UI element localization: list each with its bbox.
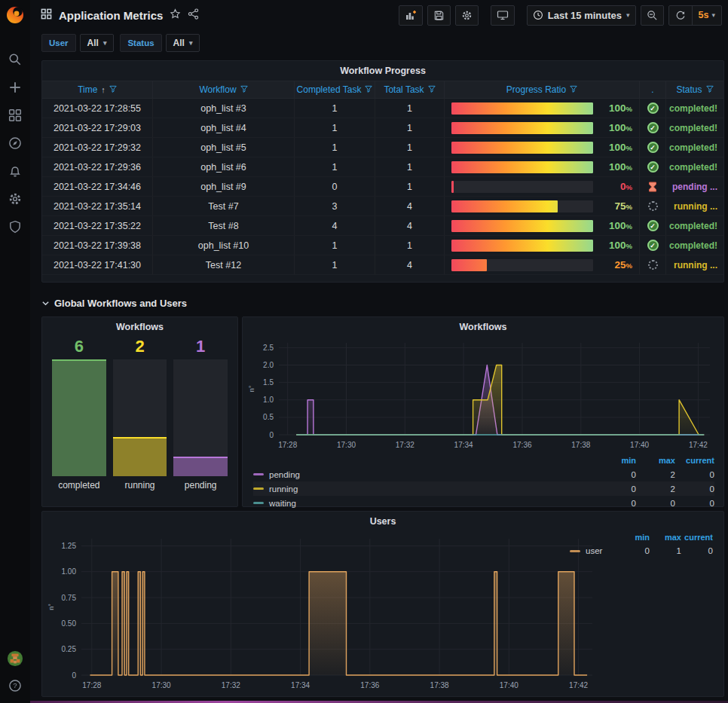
column-header-time[interactable]: Time↑ [42, 81, 153, 98]
cell-status-icon: ✓ [640, 99, 666, 118]
time-picker-button[interactable]: Last 15 minutes ▾ [527, 5, 636, 26]
grafana-logo-icon[interactable] [0, 0, 30, 30]
legend-item-running[interactable]: running020 [253, 481, 714, 496]
cell-status-icon [640, 197, 666, 215]
progress-bar-track [451, 200, 593, 212]
column-header--[interactable]: . [640, 81, 666, 98]
cell-workflow: Test #12 [153, 255, 295, 274]
check-circle-icon: ✓ [647, 102, 659, 114]
svg-text:1.0: 1.0 [263, 396, 274, 404]
column-header-workflow[interactable]: Workflow [153, 81, 295, 98]
cell-time: 2021-03-22 17:41:30 [42, 255, 153, 274]
section-global-workflows-and-users[interactable]: Global Workflows and Users [41, 298, 187, 309]
progress-bar-fill [451, 142, 593, 154]
filter-funnel-icon[interactable] [240, 84, 248, 95]
spinner-icon [648, 201, 658, 211]
filter-user-label: User [41, 34, 76, 52]
cell-status: completed! [666, 118, 723, 137]
panel-title-users-chart[interactable]: Users [42, 512, 723, 530]
cell-progress-ratio: 100% [445, 99, 640, 118]
workflows-bargauge-panel: Workflows 6completed2running1pending [41, 316, 238, 507]
cell-total-task: 1 [375, 118, 445, 137]
progress-bar-track [451, 240, 593, 252]
cell-workflow: oph_list #6 [153, 157, 295, 176]
filter-funnel-icon[interactable] [706, 84, 714, 95]
refresh-interval-label: 5s [699, 10, 709, 20]
user-avatar[interactable] [7, 650, 23, 667]
cell-status-icon: ✓ [640, 138, 666, 157]
save-dashboard-button[interactable] [427, 5, 451, 26]
chevron-down-icon: ▾ [103, 39, 107, 47]
cycle-view-tv-button[interactable] [491, 5, 515, 26]
panel-title-workflows-bars[interactable]: Workflows [42, 317, 237, 335]
check-circle-icon: ✓ [647, 122, 659, 133]
legend-swatch [253, 473, 264, 475]
legend-item-waiting[interactable]: waiting000 [253, 496, 714, 510]
legend-label: running [269, 484, 597, 494]
legend-header: minmaxcurrent [570, 533, 713, 544]
add-panel-button[interactable] [399, 5, 423, 26]
dashboard-settings-button[interactable] [455, 5, 479, 26]
chevron-down-icon: ▾ [189, 39, 193, 47]
cell-progress-ratio: 100% [445, 216, 640, 235]
filter-funnel-icon[interactable] [365, 84, 372, 95]
column-header-total-task[interactable]: Total Task [375, 81, 445, 98]
bargauge-track [52, 359, 106, 476]
create-plus-icon[interactable] [7, 79, 23, 96]
table-row: 2021-03-22 17:34:46oph_list #9010%pendin… [42, 177, 723, 197]
help-icon[interactable]: ? [7, 677, 23, 694]
cell-total-task: 1 [375, 99, 445, 118]
bargauge-value: 1 [173, 337, 228, 359]
workflows-legend: minmaxcurrentpending020running020waiting… [243, 454, 723, 510]
check-circle-icon: ✓ [647, 220, 659, 231]
zoom-out-button[interactable] [641, 5, 664, 26]
configuration-gear-icon[interactable] [7, 191, 23, 207]
explore-compass-icon[interactable] [7, 135, 23, 151]
cell-progress-ratio: 100% [445, 118, 640, 137]
panel-title-workflows-chart[interactable]: Workflows [243, 317, 723, 335]
cell-status: completed! [666, 99, 723, 118]
svg-text:0.50: 0.50 [62, 619, 77, 628]
legend-item-user[interactable]: user010 [570, 544, 713, 558]
cell-completed-task: 1 [295, 157, 375, 176]
legend-item-pending[interactable]: pending020 [253, 467, 714, 481]
cell-total-task: 4 [375, 197, 445, 215]
refresh-button[interactable] [669, 6, 692, 25]
filter-status-dropdown[interactable]: All▾ [166, 34, 200, 52]
alerting-bell-icon[interactable] [7, 163, 23, 179]
column-header-completed-task[interactable]: Completed Task [295, 81, 375, 98]
table-row: 2021-03-22 17:41:30Test #121425%running … [42, 255, 723, 275]
column-header-progress-ratio[interactable]: Progress Ratio [445, 81, 640, 98]
dashboards-grid-icon[interactable] [7, 107, 23, 124]
refresh-interval-dropdown[interactable]: 5s▾ [692, 6, 721, 25]
cell-total-task: 4 [375, 216, 445, 235]
svg-text:17:36: 17:36 [512, 441, 531, 449]
cell-time: 2021-03-22 17:34:46 [42, 177, 153, 196]
cell-progress-ratio: 25% [445, 255, 640, 274]
server-admin-shield-icon[interactable] [7, 219, 23, 235]
bargauge-track [113, 359, 167, 476]
cell-workflow: oph_list #4 [153, 118, 295, 137]
svg-text:17:32: 17:32 [396, 441, 414, 449]
chevron-down-icon [41, 299, 50, 307]
filter-funnel-icon[interactable] [109, 84, 117, 95]
bargauge-track [173, 359, 228, 476]
svg-text:17:32: 17:32 [222, 681, 240, 689]
cell-completed-task: 1 [295, 236, 375, 255]
progress-bar-track [451, 102, 593, 115]
bargauge-value: 2 [113, 337, 167, 359]
panel-title-workflow-progress[interactable]: Workflow Progress [42, 61, 723, 79]
share-icon[interactable] [188, 8, 199, 23]
filter-user-dropdown[interactable]: All▾ [80, 34, 115, 52]
filter-funnel-icon[interactable] [428, 84, 436, 95]
apps-grid-icon [41, 8, 52, 23]
column-header-status[interactable]: Status [666, 81, 723, 98]
hourglass-icon [648, 182, 657, 192]
cell-status: running ... [666, 255, 723, 274]
table-row: 2021-03-22 17:35:14Test #73475%running .… [42, 197, 723, 216]
star-icon[interactable] [170, 8, 181, 23]
search-icon[interactable] [7, 51, 23, 68]
filter-funnel-icon[interactable] [570, 84, 577, 95]
cell-status-icon [640, 177, 666, 196]
cell-total-task: 4 [375, 255, 445, 274]
